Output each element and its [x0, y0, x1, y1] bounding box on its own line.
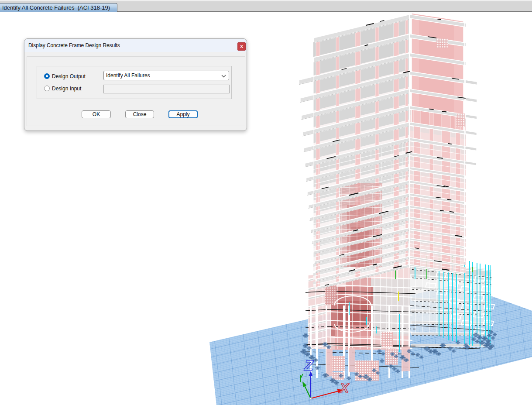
svg-text:Z: Z: [304, 357, 314, 374]
svg-text:X: X: [339, 381, 350, 395]
